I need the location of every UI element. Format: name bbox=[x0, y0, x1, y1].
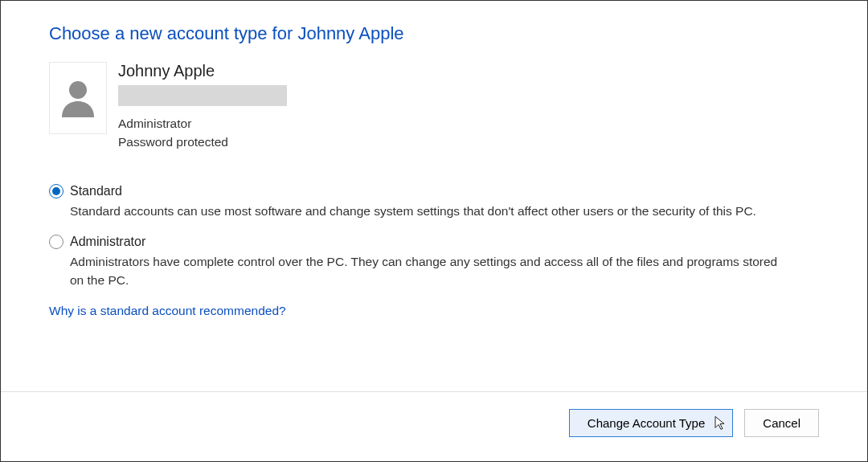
account-info: Johnny Apple Administrator Password prot… bbox=[118, 62, 287, 152]
option-administrator[interactable]: Administrator Administrators have comple… bbox=[49, 235, 819, 290]
user-icon bbox=[60, 79, 96, 117]
page-title: Choose a new account type for Johnny App… bbox=[49, 23, 819, 44]
help-link[interactable]: Why is a standard account recommended? bbox=[49, 304, 286, 318]
radio-standard[interactable] bbox=[49, 184, 63, 198]
avatar bbox=[49, 62, 107, 134]
change-account-type-button[interactable]: Change Account Type bbox=[569, 409, 734, 437]
radio-administrator[interactable] bbox=[49, 235, 63, 249]
account-email-redacted bbox=[118, 85, 287, 106]
account-role: Administrator bbox=[118, 114, 287, 133]
option-standard[interactable]: Standard Standard accounts can use most … bbox=[49, 184, 819, 220]
account-protection: Password protected bbox=[118, 133, 287, 151]
account-summary: Johnny Apple Administrator Password prot… bbox=[49, 62, 819, 152]
cancel-button[interactable]: Cancel bbox=[744, 409, 819, 437]
button-row: Change Account Type Cancel bbox=[569, 409, 819, 437]
footer-separator bbox=[1, 391, 867, 392]
svg-point-0 bbox=[69, 81, 87, 99]
account-type-options: Standard Standard accounts can use most … bbox=[49, 184, 819, 290]
option-administrator-label: Administrator bbox=[70, 235, 145, 249]
option-standard-label: Standard bbox=[70, 184, 122, 198]
option-standard-description: Standard accounts can use most software … bbox=[49, 202, 788, 220]
cursor-icon bbox=[714, 415, 727, 431]
change-account-type-label: Change Account Type bbox=[588, 416, 706, 430]
account-name: Johnny Apple bbox=[118, 62, 287, 80]
option-administrator-description: Administrators have complete control ove… bbox=[49, 252, 788, 290]
